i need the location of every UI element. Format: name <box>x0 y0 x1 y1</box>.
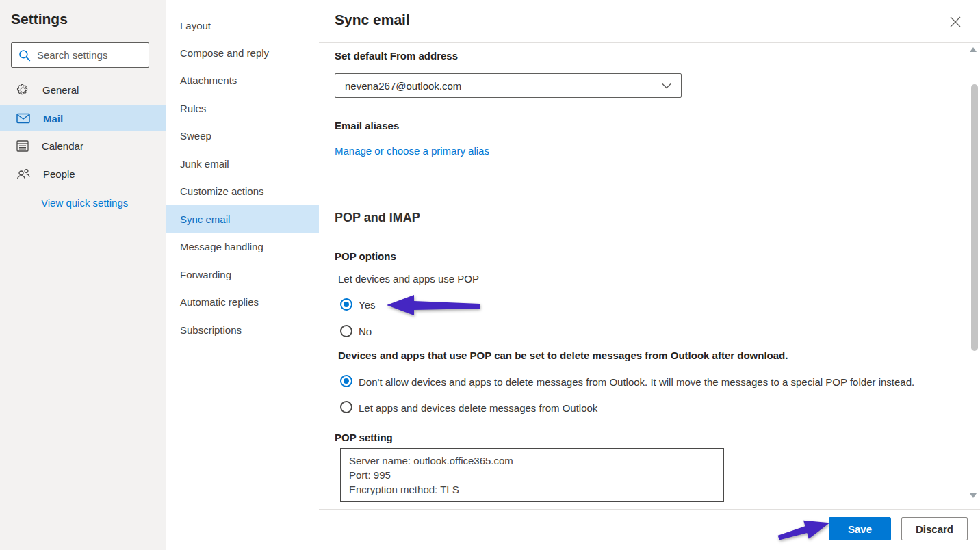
annotation-arrow-yes <box>385 293 481 318</box>
pop-yes-label[interactable]: Yes <box>359 299 375 311</box>
pop-encryption-line: Encryption method: TLS <box>349 482 715 497</box>
category-attachments[interactable]: Attachments <box>166 66 319 94</box>
section-divider <box>327 194 964 194</box>
search-icon <box>18 49 31 62</box>
calendar-icon <box>16 140 29 152</box>
view-quick-settings-link[interactable]: View quick settings <box>41 197 128 209</box>
scrollbar-up-arrow[interactable] <box>970 47 977 52</box>
category-sweep[interactable]: Sweep <box>166 122 319 149</box>
close-button[interactable] <box>947 14 964 30</box>
category-customize-actions[interactable]: Customize actions <box>166 177 319 205</box>
pop-dont-allow-label[interactable]: Don't allow devices and apps to delete m… <box>359 376 914 388</box>
sidebar-item-label: Calendar <box>42 140 83 152</box>
pop-yes-radio[interactable] <box>340 298 352 311</box>
category-message-handling[interactable]: Message handling <box>166 233 319 260</box>
close-icon <box>950 16 961 27</box>
category-rules[interactable]: Rules <box>166 94 319 122</box>
pop-dont-allow-radio[interactable] <box>340 375 352 387</box>
sync-email-panel: Sync email Set default From address neve… <box>319 0 980 550</box>
pop-question-text: Let devices and apps use POP <box>338 273 479 285</box>
sidebar-item-general[interactable]: General <box>0 77 166 103</box>
discard-button[interactable]: Discard <box>901 517 968 540</box>
pop-allow-label[interactable]: Let apps and devices delete messages fro… <box>359 402 597 414</box>
search-settings-input[interactable] <box>37 49 140 61</box>
settings-title: Settings <box>11 11 68 27</box>
from-address-dropdown[interactable]: nevena267@outlook.com <box>335 73 682 98</box>
pop-no-radio[interactable] <box>340 325 352 337</box>
annotation-arrow-save <box>776 514 832 546</box>
page-title: Sync email <box>335 12 410 28</box>
people-icon <box>16 168 30 180</box>
scrollbar-thumb[interactable] <box>971 84 978 351</box>
pop-setting-label: POP setting <box>335 432 393 443</box>
mail-icon <box>16 113 30 124</box>
email-aliases-label: Email aliases <box>335 120 399 131</box>
sidebar-item-people[interactable]: People <box>0 161 166 187</box>
pop-allow-radio[interactable] <box>340 401 352 413</box>
mail-settings-categories: Layout Compose and reply Attachments Rul… <box>166 0 319 550</box>
pop-delete-note: Devices and apps that use POP can be set… <box>338 350 788 361</box>
pop-options-label: POP options <box>335 250 396 262</box>
header-divider <box>319 42 980 43</box>
sidebar-item-label: Mail <box>43 113 63 125</box>
sidebar-item-calendar[interactable]: Calendar <box>0 133 166 159</box>
footer-divider <box>319 509 980 510</box>
gear-icon <box>16 83 29 96</box>
category-automatic-replies[interactable]: Automatic replies <box>166 288 319 315</box>
category-compose-and-reply[interactable]: Compose and reply <box>166 39 319 66</box>
from-address-value: nevena267@outlook.com <box>345 80 461 92</box>
category-junk-email[interactable]: Junk email <box>166 150 319 177</box>
pop-imap-heading: POP and IMAP <box>335 211 420 225</box>
save-button[interactable]: Save <box>829 517 891 540</box>
pop-setting-box: Server name: outlook.office365.com Port:… <box>340 448 724 502</box>
category-subscriptions[interactable]: Subscriptions <box>166 316 319 343</box>
category-forwarding[interactable]: Forwarding <box>166 261 319 288</box>
settings-sidebar: Settings General Mail Calendar People Vi… <box>0 0 166 550</box>
sidebar-item-label: People <box>43 168 75 180</box>
pop-server-line: Server name: outlook.office365.com <box>349 454 715 468</box>
sidebar-item-label: General <box>42 84 79 96</box>
scrollbar-down-arrow[interactable] <box>970 493 977 498</box>
pop-port-line: Port: 995 <box>349 468 715 482</box>
search-settings-box[interactable] <box>11 42 149 68</box>
pop-no-label[interactable]: No <box>359 326 372 337</box>
category-layout[interactable]: Layout <box>166 12 319 39</box>
from-address-label: Set default From address <box>335 50 458 62</box>
category-sync-email[interactable]: Sync email <box>166 205 319 233</box>
chevron-down-icon <box>662 83 671 89</box>
sidebar-item-mail[interactable]: Mail <box>0 105 166 131</box>
manage-alias-link[interactable]: Manage or choose a primary alias <box>335 145 489 157</box>
